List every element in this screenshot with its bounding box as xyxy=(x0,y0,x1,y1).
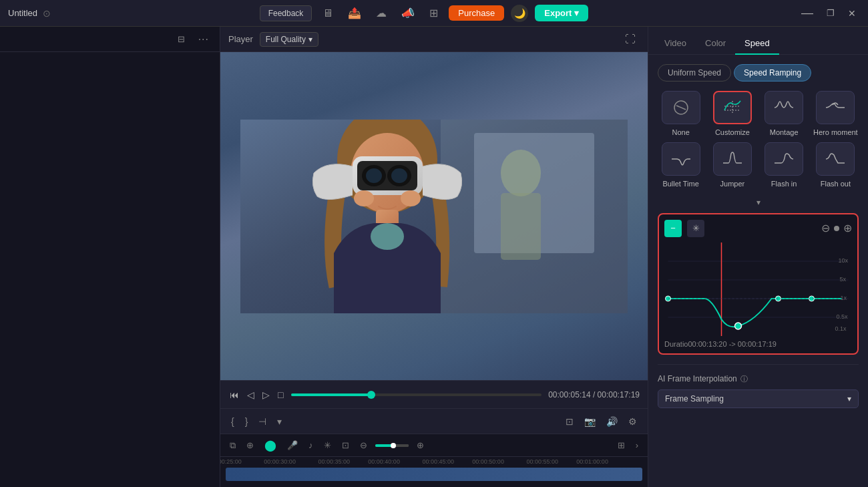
timeline-mark: 00:00:30:00 xyxy=(264,458,296,465)
main-area: ⊟ ··· Player Full Quality ▾ ⛶ xyxy=(0,27,868,487)
preset-hero-moment[interactable]: Hero moment xyxy=(813,91,859,137)
svg-text:5x: 5x xyxy=(840,276,847,283)
close-button[interactable]: ✕ xyxy=(844,7,860,20)
uniform-speed-tab[interactable]: Uniform Speed xyxy=(658,64,731,82)
tab-video[interactable]: Video xyxy=(655,33,696,55)
preset-customize[interactable]: Customize xyxy=(709,91,755,137)
copy-frame-btn[interactable]: ⊡ xyxy=(563,415,576,428)
curve-minus-btn[interactable]: − xyxy=(664,220,682,237)
ai-label: AI Frame Interpolation ⓘ xyxy=(658,374,859,384)
left-panel: ⊟ ··· xyxy=(0,27,220,487)
preset-none[interactable]: None xyxy=(658,91,704,137)
zoom-controls: ⊖ ⊕ xyxy=(821,223,852,234)
video-preview xyxy=(220,52,648,380)
theme-toggle[interactable]: 🌙 xyxy=(511,5,528,22)
timeline-mark: 00:00:25:00 xyxy=(220,458,242,465)
feedback-button[interactable]: Feedback xyxy=(260,5,312,21)
presets-expand[interactable]: ▾ xyxy=(658,196,859,208)
timeline-play-btn[interactable]: ⬤ xyxy=(262,438,279,453)
preset-montage[interactable]: Montage xyxy=(761,91,807,137)
progress-thumb[interactable] xyxy=(367,391,375,399)
cloud-icon-btn[interactable]: 📤 xyxy=(344,5,365,21)
timeline-more-btn[interactable]: › xyxy=(633,439,641,452)
preset-flash-in-label: Flash in xyxy=(771,179,797,188)
dropdown-btn[interactable]: ▾ xyxy=(274,415,284,428)
zoom-indicator xyxy=(834,226,839,231)
preset-hero-label: Hero moment xyxy=(813,128,858,137)
svg-point-12 xyxy=(366,168,382,183)
preset-bullet-time[interactable]: Bullet Time xyxy=(658,142,704,188)
timeline-effect-btn[interactable]: ✳ xyxy=(321,439,334,452)
timeline-minus-btn[interactable]: ⊖ xyxy=(357,439,370,452)
customize-icon xyxy=(720,98,744,117)
presets-grid: None Customize xyxy=(658,91,859,189)
timeline-camera-btn[interactable]: ⊡ xyxy=(339,439,352,452)
bracket-open-btn[interactable]: { xyxy=(228,415,237,428)
share-icon-btn[interactable]: 📣 xyxy=(397,5,419,21)
timeline-plus-btn[interactable]: ⊕ xyxy=(414,439,427,452)
preset-flash-out-label: Flash out xyxy=(821,179,851,188)
preset-flash-in[interactable]: Flash in xyxy=(761,142,807,188)
flash-in-icon xyxy=(772,150,796,168)
preset-bullet-box xyxy=(662,142,700,176)
playback-buttons: ⏮ ◁ ▷ □ xyxy=(228,388,284,401)
monitor-icon-btn[interactable]: 🖥 xyxy=(318,6,337,21)
preset-flash-out[interactable]: Flash out xyxy=(813,142,859,188)
frame-back-button[interactable]: ◁ xyxy=(246,388,256,401)
curve-snowflake-btn[interactable]: ✳ xyxy=(687,220,704,237)
quality-select[interactable]: Full Quality ▾ xyxy=(260,32,318,47)
in-point-btn[interactable]: ⊣ xyxy=(256,415,269,428)
preset-customize-label: Customize xyxy=(715,128,750,137)
svg-point-3 xyxy=(501,150,541,196)
panel-content: Uniform Speed Speed Ramping None xyxy=(648,55,868,487)
timeline-marks: 00:00:25:00 00:00:30:00 00:00:35:00 00:0… xyxy=(226,457,642,466)
preset-hero-box xyxy=(816,91,855,124)
ai-method-select[interactable]: Frame Sampling ▾ xyxy=(658,389,859,408)
volume-btn[interactable]: 🔊 xyxy=(604,415,620,428)
progress-bar[interactable] xyxy=(291,393,541,396)
bracket-close-btn[interactable]: } xyxy=(242,415,251,428)
preset-none-label: None xyxy=(672,128,689,137)
step-back-button[interactable]: ⏮ xyxy=(228,388,240,401)
title-bar-left: Untitled ⊙ xyxy=(8,8,51,19)
settings-btn[interactable]: ⚙ xyxy=(626,415,640,428)
filter-icon-btn[interactable]: ⊟ xyxy=(174,33,189,45)
speed-ramping-tab[interactable]: Speed Ramping xyxy=(734,64,811,82)
svg-text:0.1x: 0.1x xyxy=(835,325,847,332)
curve-canvas[interactable]: 10x 5x 1x 0.5x 0.1x xyxy=(664,242,852,336)
upload-icon-btn[interactable]: ☁ xyxy=(372,5,391,21)
fullscreen-icon-btn[interactable]: ⛶ xyxy=(621,32,640,47)
timeline-link-btn[interactable]: ⧉ xyxy=(227,439,238,452)
timeline-mark: 00:00:50:00 xyxy=(472,458,504,465)
purchase-button[interactable]: Purchase xyxy=(449,5,504,21)
svg-point-34 xyxy=(735,323,742,329)
svg-rect-4 xyxy=(501,193,541,260)
export-button[interactable]: Export ▾ xyxy=(535,5,588,21)
more-options-btn[interactable]: ··· xyxy=(194,32,213,47)
zoom-in-btn[interactable]: ⊕ xyxy=(843,223,852,234)
timeline-grid-btn[interactable]: ⊞ xyxy=(615,439,628,452)
zoom-out-btn[interactable]: ⊖ xyxy=(821,223,830,234)
play-button[interactable]: ▷ xyxy=(261,388,271,401)
timeline-music-btn[interactable]: ♪ xyxy=(306,439,316,452)
minimize-button[interactable]: — xyxy=(797,5,817,21)
grid-icon-btn[interactable]: ⊞ xyxy=(425,5,442,21)
tab-speed[interactable]: Speed xyxy=(735,33,779,55)
flash-out-icon xyxy=(823,150,847,168)
timeline-add-btn[interactable]: ⊕ xyxy=(244,439,256,452)
snapshot-btn[interactable]: 📷 xyxy=(582,415,598,428)
timeline-volume-slider[interactable] xyxy=(375,444,409,447)
maximize-button[interactable]: ❐ xyxy=(823,7,839,19)
hero-moment-icon xyxy=(823,98,847,117)
bullet-time-icon xyxy=(669,150,693,168)
export-chevron-icon: ▾ xyxy=(574,8,579,18)
speed-type-tabs: Uniform Speed Speed Ramping xyxy=(658,64,859,82)
tab-color[interactable]: Color xyxy=(696,33,735,55)
stop-button[interactable]: □ xyxy=(276,388,284,401)
timeline-mic-btn[interactable]: 🎤 xyxy=(284,439,300,452)
player-viewport xyxy=(220,52,648,380)
timeline-clip[interactable] xyxy=(226,468,642,481)
preset-jumper[interactable]: Jumper xyxy=(709,142,755,188)
preset-bullet-label: Bullet Time xyxy=(662,179,698,188)
title-bar-center: Feedback 🖥 📤 ☁ 📣 ⊞ Purchase 🌙 Export ▾ xyxy=(260,5,589,22)
